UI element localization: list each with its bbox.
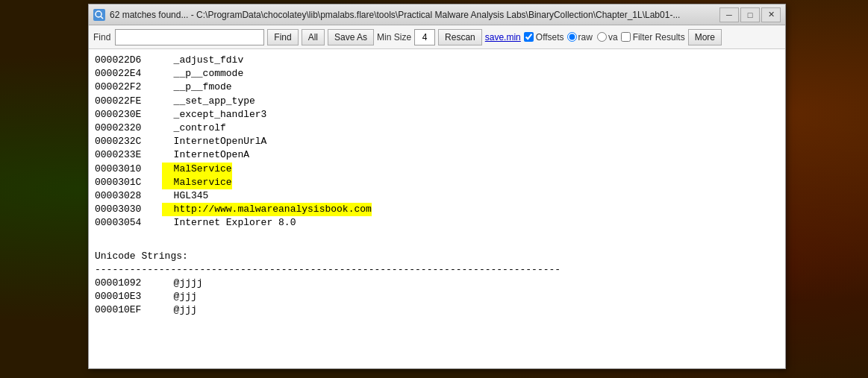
svg-line-1 bbox=[101, 16, 103, 19]
min-size-label: Min Size bbox=[377, 32, 411, 42]
symbol-cell: __set_app_type bbox=[162, 95, 255, 108]
window-controls: ─ □ ✕ bbox=[719, 7, 781, 22]
symbol-cell: _controlf bbox=[162, 122, 226, 135]
table-row: 000022FE __set_app_type bbox=[95, 95, 779, 108]
symbol-cell: HGL345 bbox=[162, 189, 208, 203]
address-cell: 0000233E bbox=[95, 148, 162, 162]
address-cell: 00001092 bbox=[95, 277, 162, 290]
address-cell: 000022D6 bbox=[95, 54, 162, 67]
table-row: 00001092 @jjjj bbox=[95, 277, 779, 290]
close-button[interactable]: ✕ bbox=[761, 7, 781, 22]
raw-radio-option: raw bbox=[567, 32, 593, 42]
more-button[interactable]: More bbox=[688, 29, 722, 45]
table-row: 000010E3 @jjj bbox=[95, 290, 779, 303]
address-cell: 000010E3 bbox=[95, 290, 162, 303]
table-row: 000022E4 __p__commode bbox=[95, 67, 779, 81]
symbol-cell: InternetOpenUrlA bbox=[162, 135, 266, 148]
table-row: 000022F2 __p__fmode bbox=[95, 81, 779, 94]
address-cell: 0000232C bbox=[95, 135, 162, 148]
unicode-header: Unicode Strings: bbox=[95, 250, 779, 263]
address-cell: 000022FE bbox=[95, 95, 162, 108]
address-cell: 000022F2 bbox=[95, 81, 162, 94]
table-row: 00003010 MalService bbox=[95, 163, 779, 176]
table-row: 0000232C InternetOpenUrlA bbox=[95, 135, 779, 148]
symbol-cell: http://www.malwareanalysisbook.com bbox=[162, 203, 372, 216]
svg-point-0 bbox=[96, 11, 102, 17]
address-cell: 000022E4 bbox=[95, 67, 162, 81]
symbol-cell: MalService bbox=[162, 163, 232, 176]
table-row: 00003030 http://www.malwareanalysisbook.… bbox=[95, 203, 779, 216]
table-row: 00002320 _controlf bbox=[95, 122, 779, 135]
table-row: 0000301C Malservice bbox=[95, 176, 779, 189]
divider: ----------------------------------------… bbox=[95, 263, 779, 277]
maximize-button[interactable]: □ bbox=[740, 7, 760, 22]
filter-results-group: Filter Results bbox=[621, 32, 685, 42]
address-cell: 00003030 bbox=[95, 203, 162, 216]
save-min-link[interactable]: save.min bbox=[485, 32, 521, 42]
va-radio[interactable] bbox=[597, 32, 607, 42]
table-row: 000022D6 _adjust_fdiv bbox=[95, 54, 779, 67]
table-row: 0000230E _except_handler3 bbox=[95, 108, 779, 122]
filter-results-checkbox[interactable] bbox=[621, 32, 631, 42]
symbol-cell: Malservice bbox=[162, 176, 232, 189]
table-row: 00003028 HGL345 bbox=[95, 189, 779, 203]
window-title: 62 matches found... - C:\ProgramData\cho… bbox=[110, 10, 719, 20]
raw-va-radio-group: raw va bbox=[567, 32, 618, 42]
filter-results-label: Filter Results bbox=[633, 32, 685, 42]
min-size-input[interactable] bbox=[414, 29, 435, 45]
symbol-cell: @jjj bbox=[162, 290, 197, 303]
va-label: va bbox=[608, 32, 618, 42]
raw-radio[interactable] bbox=[567, 32, 577, 42]
save-as-button[interactable]: Save As bbox=[328, 29, 374, 45]
address-cell: 00002320 bbox=[95, 122, 162, 135]
title-bar: 62 matches found... - C:\ProgramData\cho… bbox=[89, 4, 785, 25]
address-cell: 0000301C bbox=[95, 176, 162, 189]
symbol-cell: _adjust_fdiv bbox=[162, 54, 243, 67]
raw-label: raw bbox=[578, 32, 593, 42]
minimize-button[interactable]: ─ bbox=[719, 7, 739, 22]
find-input[interactable] bbox=[115, 29, 264, 45]
window-icon bbox=[93, 9, 105, 21]
symbol-cell: @jjj bbox=[162, 303, 197, 317]
table-row: 000010EF @jjj bbox=[95, 303, 779, 317]
main-window: 62 matches found... - C:\ProgramData\cho… bbox=[88, 4, 786, 369]
va-radio-option: va bbox=[597, 32, 618, 42]
find-label: Find bbox=[93, 32, 110, 42]
symbol-cell: __p__fmode bbox=[162, 81, 232, 94]
table-row: 0000233E InternetOpenA bbox=[95, 148, 779, 162]
address-cell: 00003010 bbox=[95, 163, 162, 176]
address-cell: 00003028 bbox=[95, 189, 162, 203]
offsets-checkbox[interactable] bbox=[524, 32, 534, 42]
offsets-checkbox-group: Offsets bbox=[524, 32, 564, 42]
find-button[interactable]: Find bbox=[267, 29, 298, 45]
offsets-label: Offsets bbox=[536, 32, 564, 42]
table-row: 00003054 Internet Explorer 8.0 bbox=[95, 216, 779, 230]
all-button[interactable]: All bbox=[302, 29, 325, 45]
rescan-button[interactable]: Rescan bbox=[438, 29, 482, 45]
text-content[interactable]: 000022D6 _adjust_fdiv000022E4 __p__commo… bbox=[89, 49, 785, 368]
address-cell: 00003054 bbox=[95, 216, 162, 230]
address-cell: 000010EF bbox=[95, 303, 162, 317]
symbol-cell: __p__commode bbox=[162, 67, 243, 81]
content-area: 000022D6 _adjust_fdiv000022E4 __p__commo… bbox=[89, 49, 785, 368]
symbol-cell: @jjjj bbox=[162, 277, 203, 290]
symbol-cell: Internet Explorer 8.0 bbox=[162, 216, 296, 230]
toolbar: Find Find All Save As Min Size Rescan sa… bbox=[89, 25, 785, 49]
symbol-cell: _except_handler3 bbox=[162, 108, 266, 122]
address-cell: 0000230E bbox=[95, 108, 162, 122]
symbol-cell: InternetOpenA bbox=[162, 148, 249, 162]
